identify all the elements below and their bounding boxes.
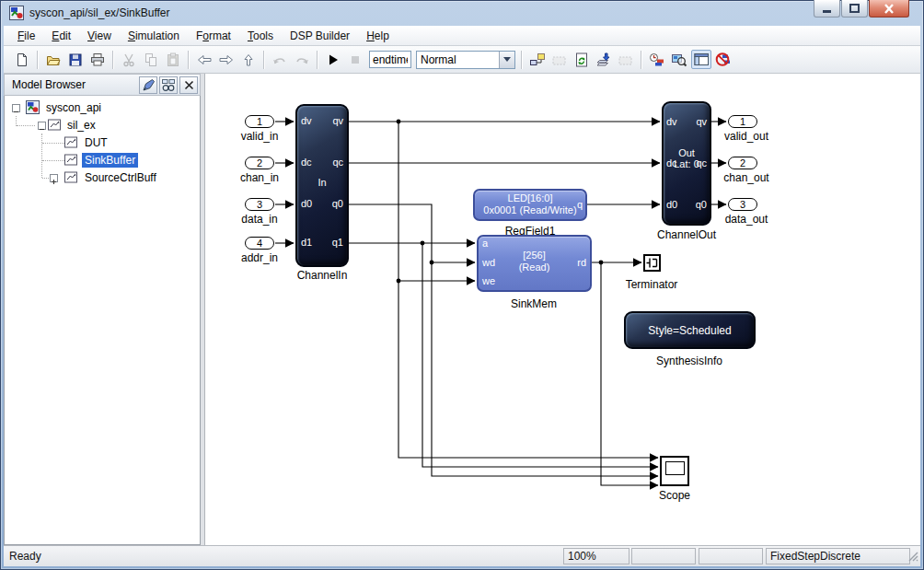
tree-collapse-box[interactable] [38,122,46,130]
print-icon[interactable] [87,50,108,69]
outport-block[interactable]: 2 [728,157,757,169]
model-browser-panel: Model Browser syscon_api [4,74,201,545]
port-label: we [482,275,495,287]
tree-item-syscon-api[interactable]: syscon_api [43,100,104,115]
port-label: dc [301,157,312,169]
toolbar: Normal [4,46,920,74]
title-bar[interactable]: syscon_api/sil_ex/SinkBuffer [4,0,920,26]
sinkmem-block[interactable]: a wd we rd [256] (Read) [477,235,592,292]
subsystem-icon [64,153,78,167]
update-diagram-icon[interactable] [572,50,592,69]
port-label: d0 [301,198,312,210]
cut-icon[interactable] [119,50,139,69]
status-cell-empty [631,548,696,564]
outport-block[interactable]: 3 [728,198,757,211]
tree-expand-box[interactable] [50,174,58,182]
application-window: syscon_api/sil_ex/SinkBuffer File Edit V… [0,0,924,570]
simulink-debugger-icon[interactable] [647,50,667,69]
port-label: qv [332,115,343,127]
terminator-block[interactable] [643,254,661,272]
tree-collapse-box[interactable] [12,104,20,112]
outport-block[interactable]: 1 [728,115,757,128]
copy-icon[interactable] [141,50,161,69]
minimize-button[interactable] [814,0,840,17]
inport-block[interactable]: 4 [245,237,274,250]
menu-item-view[interactable]: View [79,28,120,44]
redo-icon[interactable] [292,50,312,69]
subsystem-icon [64,170,78,184]
tree-item-dut[interactable]: DUT [82,135,110,150]
undo-icon[interactable] [270,50,290,69]
close-panel-icon[interactable] [179,76,198,94]
port-label: q0 [332,198,343,210]
solver-name: FixedStepDiscrete [766,548,910,564]
show-block-names-icon[interactable] [139,76,157,94]
new-model-icon[interactable] [12,50,32,69]
menu-item-format[interactable]: Format [188,28,239,44]
toolbar-separator [188,51,190,69]
port-label: d1 [301,237,312,249]
subsystem-icon [64,135,78,149]
save-model-icon[interactable] [65,50,86,69]
diagram-canvas[interactable]: 1 valid_in 2 chan_in 3 data_in 4 addr_in… [204,74,920,545]
menu-item-tools[interactable]: Tools [239,28,282,44]
scope-block[interactable] [660,456,689,486]
channelin-block[interactable]: dv dc d0 d1 qv qc q0 q1 In [295,104,349,267]
port-label: dv [666,116,677,128]
window-title: syscon_api/sil_ex/SinkBuffer [29,6,170,19]
block-name-label: SynthesisInfo [634,355,745,367]
start-simulation-icon[interactable] [323,50,343,69]
menu-item-edit[interactable]: Edit [43,28,79,44]
go-forward-icon[interactable] [216,50,237,69]
tree-guide [41,134,42,178]
toolbar-separator [317,51,318,69]
go-back-icon[interactable] [194,50,214,69]
block-center-text: 0x0001 (Read/Write) [475,204,585,216]
terminator-icon [645,256,659,270]
model-browser-toggle-icon[interactable] [691,50,711,69]
inport-block[interactable]: 1 [245,115,274,128]
tree-item-sinkbuffer[interactable]: SinkBuffer [82,153,138,168]
simulation-mode-select[interactable]: Normal [416,51,515,69]
port-label: d0 [666,199,677,211]
build-all-icon[interactable] [616,50,636,69]
toolbar-separator [263,51,265,69]
inport-block[interactable]: 2 [245,157,274,169]
menu-item-file[interactable]: File [9,28,43,44]
sample-time-colors-off-icon[interactable] [713,50,733,69]
close-button[interactable] [869,0,909,17]
tree-guide [42,143,64,144]
tree-guide [17,125,35,126]
menu-item-help[interactable]: Help [358,28,398,44]
go-up-icon[interactable] [238,50,259,69]
open-model-icon[interactable] [43,50,64,69]
port-label: q1 [332,237,343,249]
model-browser-tree[interactable]: syscon_api sil_ex DUT SinkBuffer SourceC… [4,96,201,545]
channelout-block[interactable]: dv dc d0 qv qc q0 Out Lat: 0 [662,101,711,226]
menu-item-dsp-builder[interactable]: DSP Builder [282,28,358,44]
incremental-build-icon[interactable] [594,50,614,69]
combo-dropdown-button[interactable] [499,52,514,68]
menu-bar: File Edit View Simulation Format Tools D… [4,26,920,46]
status-message: Ready [9,550,41,563]
tree-item-sourcectrlbuff[interactable]: SourceCtrlBuff [82,170,159,185]
stop-simulation-icon[interactable] [345,50,365,69]
toolbar-separator [37,51,39,69]
regfield1-block[interactable]: LED[16:0] 0x0001 (Read/Write) q [473,189,587,221]
tree-item-sil-ex[interactable]: sil_ex [64,118,98,133]
resize-grip[interactable] [907,551,918,564]
menu-item-simulation[interactable]: Simulation [120,28,188,44]
simulation-stop-time-input[interactable] [369,51,411,68]
library-link-icon[interactable] [527,50,548,69]
look-under-masks-icon[interactable] [159,76,178,94]
inport-block[interactable]: 3 [245,198,274,211]
paste-icon[interactable] [163,50,183,69]
library-lock-icon[interactable] [549,50,570,69]
find-in-diagram-icon[interactable] [669,50,689,69]
block-center-text: Lat: 0 [664,158,710,170]
synthesisinfo-block[interactable]: Style=Scheduled [624,311,756,349]
maximize-button[interactable] [841,0,868,17]
block-name-label: ChannelIn [267,269,377,282]
block-center-text: [256] [479,250,590,262]
block-center-text: (Read) [479,262,590,273]
